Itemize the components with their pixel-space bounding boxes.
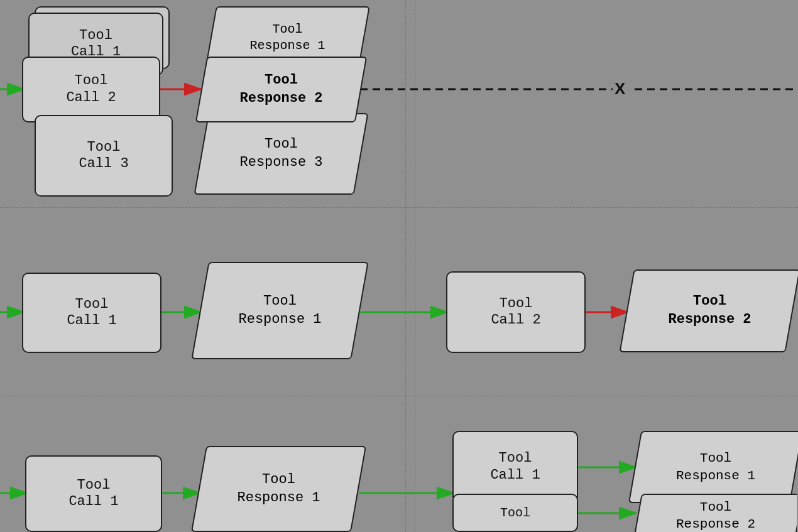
row2-tool-call-1: ToolCall 1 (22, 273, 161, 353)
grid-horizontal-2 (0, 396, 798, 396)
grid-vertical-2 (415, 0, 415, 532)
row1-tool-response-3: ToolResponse 3 (201, 113, 361, 195)
row1-tool-call-2: ToolCall 2 (22, 57, 160, 122)
x-mark: X (615, 79, 626, 98)
row3-tool-response-1: ToolResponse 1 (199, 446, 359, 532)
canvas: X Tool Call 1 ToolCall 1 ToolCall 2 To (0, 0, 798, 532)
grid-vertical-1 (405, 0, 406, 532)
row3-tool-response-1b: ToolResponse 1 (635, 431, 797, 503)
row1-tool-response-2: ToolResponse 2 (201, 57, 361, 122)
row3-tool-call-2b: Tool (452, 494, 578, 532)
row2-tool-response-2: ToolResponse 2 (626, 269, 793, 352)
row1-tool-call-3: ToolCall 3 (35, 115, 173, 197)
grid-horizontal-1 (0, 207, 798, 208)
row3-tool-response-2b: ToolResponse 2 (635, 494, 797, 532)
row3-tool-call-1b: ToolCall 1 (452, 431, 578, 503)
row3-tool-call-1: ToolCall 1 (25, 455, 162, 532)
row2-tool-response-1: ToolResponse 1 (200, 262, 360, 359)
row2-tool-call-2: ToolCall 2 (446, 271, 586, 353)
